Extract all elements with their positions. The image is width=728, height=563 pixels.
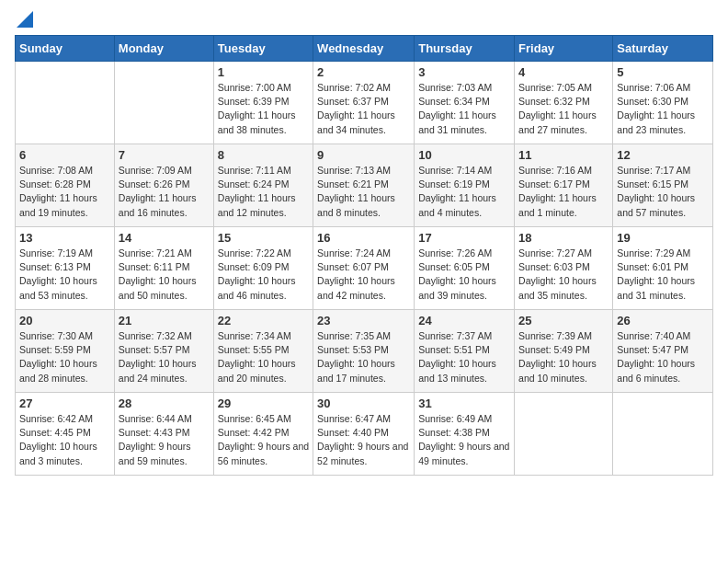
day-number: 17: [418, 231, 510, 245]
day-number: 5: [617, 65, 709, 79]
calendar-cell: 22Sunrise: 7:34 AM Sunset: 5:55 PM Dayli…: [213, 310, 313, 393]
svg-marker-0: [17, 11, 33, 28]
calendar-cell: 2Sunrise: 7:02 AM Sunset: 6:37 PM Daylig…: [313, 62, 415, 144]
day-info: Sunrise: 6:47 AM Sunset: 4:40 PM Dayligh…: [317, 412, 410, 468]
calendar-cell: [114, 62, 213, 144]
day-info: Sunrise: 7:39 AM Sunset: 5:49 PM Dayligh…: [518, 329, 609, 385]
calendar-cell: 6Sunrise: 7:08 AM Sunset: 6:28 PM Daylig…: [16, 144, 115, 227]
day-number: 4: [518, 65, 609, 79]
calendar-cell: 17Sunrise: 7:26 AM Sunset: 6:05 PM Dayli…: [415, 227, 515, 310]
calendar-cell: [16, 62, 115, 144]
day-number: 7: [119, 148, 210, 162]
day-info: Sunrise: 7:35 AM Sunset: 5:53 PM Dayligh…: [317, 329, 410, 385]
calendar-cell: 19Sunrise: 7:29 AM Sunset: 6:01 PM Dayli…: [613, 227, 713, 310]
day-number: 8: [218, 148, 309, 162]
calendar-cell: 10Sunrise: 7:14 AM Sunset: 6:19 PM Dayli…: [415, 144, 515, 227]
calendar-cell: 18Sunrise: 7:27 AM Sunset: 6:03 PM Dayli…: [515, 227, 613, 310]
day-number: 31: [418, 396, 510, 410]
calendar-cell: 24Sunrise: 7:37 AM Sunset: 5:51 PM Dayli…: [415, 310, 515, 393]
calendar-cell: 15Sunrise: 7:22 AM Sunset: 6:09 PM Dayli…: [213, 227, 313, 310]
calendar-header: SundayMondayTuesdayWednesdayThursdayFrid…: [16, 36, 713, 62]
day-number: 19: [617, 231, 709, 245]
day-info: Sunrise: 7:34 AM Sunset: 5:55 PM Dayligh…: [218, 329, 309, 385]
day-number: 2: [317, 65, 410, 79]
day-number: 6: [19, 148, 110, 162]
day-info: Sunrise: 7:37 AM Sunset: 5:51 PM Dayligh…: [418, 329, 510, 385]
calendar-cell: 7Sunrise: 7:09 AM Sunset: 6:26 PM Daylig…: [114, 144, 213, 227]
day-info: Sunrise: 6:45 AM Sunset: 4:42 PM Dayligh…: [218, 412, 309, 468]
logo-triangle-icon: [17, 11, 33, 28]
day-info: Sunrise: 7:09 AM Sunset: 6:26 PM Dayligh…: [119, 164, 210, 220]
day-info: Sunrise: 7:26 AM Sunset: 6:05 PM Dayligh…: [418, 247, 510, 303]
day-number: 20: [19, 314, 110, 327]
day-info: Sunrise: 7:05 AM Sunset: 6:32 PM Dayligh…: [518, 81, 609, 137]
day-number: 27: [19, 396, 110, 410]
day-number: 12: [617, 148, 709, 162]
weekday-header: Wednesday: [313, 36, 415, 62]
calendar-cell: 13Sunrise: 7:19 AM Sunset: 6:13 PM Dayli…: [16, 227, 115, 310]
day-info: Sunrise: 7:27 AM Sunset: 6:03 PM Dayligh…: [518, 247, 609, 303]
day-info: Sunrise: 7:24 AM Sunset: 6:07 PM Dayligh…: [317, 247, 410, 303]
day-number: 13: [19, 231, 110, 245]
calendar-cell: [613, 393, 713, 476]
calendar-cell: 31Sunrise: 6:49 AM Sunset: 4:38 PM Dayli…: [415, 393, 515, 476]
calendar-cell: [515, 393, 613, 476]
calendar-week: 20Sunrise: 7:30 AM Sunset: 5:59 PM Dayli…: [16, 310, 713, 393]
day-number: 23: [317, 314, 410, 327]
day-number: 16: [317, 231, 410, 245]
calendar-cell: 30Sunrise: 6:47 AM Sunset: 4:40 PM Dayli…: [313, 393, 415, 476]
calendar-cell: 25Sunrise: 7:39 AM Sunset: 5:49 PM Dayli…: [515, 310, 613, 393]
calendar-cell: 5Sunrise: 7:06 AM Sunset: 6:30 PM Daylig…: [613, 62, 713, 144]
day-info: Sunrise: 7:03 AM Sunset: 6:34 PM Dayligh…: [418, 81, 510, 137]
day-info: Sunrise: 7:13 AM Sunset: 6:21 PM Dayligh…: [317, 164, 410, 220]
day-info: Sunrise: 7:32 AM Sunset: 5:57 PM Dayligh…: [119, 329, 210, 385]
calendar-week: 1Sunrise: 7:00 AM Sunset: 6:39 PM Daylig…: [16, 62, 713, 144]
day-number: 14: [119, 231, 210, 245]
calendar-cell: 23Sunrise: 7:35 AM Sunset: 5:53 PM Dayli…: [313, 310, 415, 393]
logo: [15, 15, 33, 28]
weekday-header: Tuesday: [213, 36, 313, 62]
day-number: 29: [218, 396, 309, 410]
day-number: 1: [218, 65, 309, 79]
day-info: Sunrise: 7:06 AM Sunset: 6:30 PM Dayligh…: [617, 81, 709, 137]
day-info: Sunrise: 7:40 AM Sunset: 5:47 PM Dayligh…: [617, 329, 709, 385]
weekday-header: Friday: [515, 36, 613, 62]
day-info: Sunrise: 7:08 AM Sunset: 6:28 PM Dayligh…: [19, 164, 110, 220]
day-info: Sunrise: 6:42 AM Sunset: 4:45 PM Dayligh…: [19, 412, 110, 468]
day-info: Sunrise: 7:19 AM Sunset: 6:13 PM Dayligh…: [19, 247, 110, 303]
weekday-header: Monday: [114, 36, 213, 62]
calendar-cell: 11Sunrise: 7:16 AM Sunset: 6:17 PM Dayli…: [515, 144, 613, 227]
day-number: 21: [119, 314, 210, 327]
day-info: Sunrise: 6:44 AM Sunset: 4:43 PM Dayligh…: [119, 412, 210, 468]
day-number: 26: [617, 314, 709, 327]
day-number: 22: [218, 314, 309, 327]
day-number: 11: [518, 148, 609, 162]
header: [15, 15, 713, 28]
calendar-week: 13Sunrise: 7:19 AM Sunset: 6:13 PM Dayli…: [16, 227, 713, 310]
day-info: Sunrise: 7:02 AM Sunset: 6:37 PM Dayligh…: [317, 81, 410, 137]
calendar-cell: 21Sunrise: 7:32 AM Sunset: 5:57 PM Dayli…: [114, 310, 213, 393]
day-number: 3: [418, 65, 510, 79]
day-number: 18: [518, 231, 609, 245]
day-number: 15: [218, 231, 309, 245]
calendar-cell: 20Sunrise: 7:30 AM Sunset: 5:59 PM Dayli…: [16, 310, 115, 393]
day-info: Sunrise: 7:00 AM Sunset: 6:39 PM Dayligh…: [218, 81, 309, 137]
calendar-week: 6Sunrise: 7:08 AM Sunset: 6:28 PM Daylig…: [16, 144, 713, 227]
calendar-cell: 3Sunrise: 7:03 AM Sunset: 6:34 PM Daylig…: [415, 62, 515, 144]
calendar-table: SundayMondayTuesdayWednesdayThursdayFrid…: [15, 35, 713, 476]
calendar-cell: 14Sunrise: 7:21 AM Sunset: 6:11 PM Dayli…: [114, 227, 213, 310]
day-info: Sunrise: 6:49 AM Sunset: 4:38 PM Dayligh…: [418, 412, 510, 468]
day-info: Sunrise: 7:16 AM Sunset: 6:17 PM Dayligh…: [518, 164, 609, 220]
day-number: 30: [317, 396, 410, 410]
day-info: Sunrise: 7:29 AM Sunset: 6:01 PM Dayligh…: [617, 247, 709, 303]
day-number: 24: [418, 314, 510, 327]
day-number: 10: [418, 148, 510, 162]
day-info: Sunrise: 7:30 AM Sunset: 5:59 PM Dayligh…: [19, 329, 110, 385]
day-info: Sunrise: 7:11 AM Sunset: 6:24 PM Dayligh…: [218, 164, 309, 220]
day-number: 28: [119, 396, 210, 410]
calendar-cell: 12Sunrise: 7:17 AM Sunset: 6:15 PM Dayli…: [613, 144, 713, 227]
calendar-cell: 26Sunrise: 7:40 AM Sunset: 5:47 PM Dayli…: [613, 310, 713, 393]
day-info: Sunrise: 7:22 AM Sunset: 6:09 PM Dayligh…: [218, 247, 309, 303]
calendar-cell: 27Sunrise: 6:42 AM Sunset: 4:45 PM Dayli…: [16, 393, 115, 476]
day-info: Sunrise: 7:17 AM Sunset: 6:15 PM Dayligh…: [617, 164, 709, 220]
